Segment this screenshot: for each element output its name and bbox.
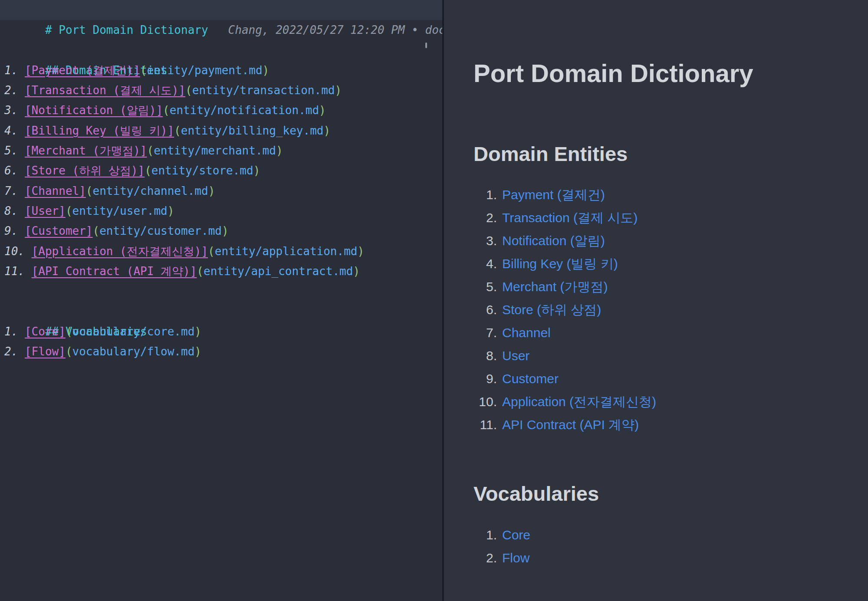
source-paren-open: ( <box>86 184 93 197</box>
source-link-label[interactable]: [Merchant (가맹점)] <box>25 144 147 157</box>
source-list-line[interactable]: 4. [Billing Key (빌링 키)](entity/billing_k… <box>0 121 442 141</box>
source-link-label[interactable]: [Channel] <box>25 184 86 197</box>
source-paren-open: ( <box>197 265 204 278</box>
source-list-line[interactable]: 2. [Transaction (결제 시도)](entity/transact… <box>0 80 442 100</box>
source-vocabularies-list: 1. [Core](vocabulary/core.md)2. [Flow](v… <box>0 322 442 362</box>
markdown-preview-pane[interactable]: Port Domain Dictionary Domain Entities 1… <box>444 0 868 601</box>
preview-list-item: 7.Channel <box>473 321 868 344</box>
source-link-url[interactable]: entity/channel.md <box>93 184 208 197</box>
source-paren-open: ( <box>66 325 72 338</box>
preview-link[interactable]: Core <box>502 523 530 546</box>
source-list-number: 9. <box>4 224 25 237</box>
source-list-number: 11. <box>4 265 32 278</box>
preview-list-item: 4.Billing Key (빌링 키) <box>473 252 868 275</box>
source-link-url[interactable]: entity/transaction.md <box>192 84 335 97</box>
source-paren-close: ) <box>168 204 174 217</box>
source-link-label[interactable]: [Flow] <box>25 345 66 358</box>
source-list-line[interactable]: 11. [API Contract (API 계약)](entity/api_c… <box>0 261 442 281</box>
preview-link[interactable]: Billing Key (빌링 키) <box>502 252 618 275</box>
preview-link[interactable]: Notification (알림) <box>502 229 605 252</box>
source-paren-close: ) <box>194 325 201 338</box>
source-paren-close: ) <box>323 124 330 137</box>
preview-heading-vocabularies: Vocabularies <box>473 483 868 504</box>
source-paren-open: ( <box>145 164 151 177</box>
source-link-url[interactable]: entity/merchant.md <box>154 144 276 157</box>
source-list-line[interactable]: 2. [Flow](vocabulary/flow.md) <box>0 342 442 361</box>
source-list-number: 1. <box>4 325 25 338</box>
source-link-url[interactable]: entity/payment.md <box>147 64 262 77</box>
preview-list-item: 1.Payment (결제건) <box>473 183 868 206</box>
source-list-line[interactable]: 3. [Notification (알림)](entity/notificati… <box>0 100 442 120</box>
preview-link[interactable]: Channel <box>502 321 551 344</box>
source-paren-open: ( <box>93 224 100 237</box>
source-link-label[interactable]: [Notification (알림)] <box>25 104 163 117</box>
source-link-url[interactable]: vocabulary/flow.md <box>72 345 195 358</box>
source-paren-open: ( <box>147 144 154 157</box>
preview-item-number: 6. <box>473 298 497 321</box>
source-link-label[interactable]: [Billing Key (빌링 키)] <box>25 124 174 137</box>
preview-link[interactable]: Transaction (결제 시도) <box>502 206 638 229</box>
preview-link[interactable]: Flow <box>502 546 529 569</box>
source-list-number: 6. <box>4 164 25 177</box>
source-link-url[interactable]: entity/application.md <box>215 245 358 258</box>
source-link-url[interactable]: entity/user.md <box>72 204 168 217</box>
preview-item-number: 5. <box>473 275 497 298</box>
source-list-line[interactable]: 1. [Core](vocabulary/core.md) <box>0 322 442 342</box>
source-link-url[interactable]: entity/api_contract.md <box>204 265 353 278</box>
git-blame-annotation[interactable]: Chang, 2022/05/27 12:20 PM • docs:✓( <box>228 23 442 36</box>
preview-link[interactable]: Payment (결제건) <box>502 183 605 206</box>
source-list-line[interactable]: 9. [Customer](entity/customer.md) <box>0 221 442 241</box>
source-paren-close: ) <box>208 184 215 197</box>
source-list-line[interactable]: 6. [Store (하위 상점)](entity/store.md) <box>0 161 442 181</box>
preview-list-item: 6.Store (하위 상점) <box>473 298 868 321</box>
source-list-number: 7. <box>4 184 25 197</box>
source-paren-open: ( <box>66 204 72 217</box>
preview-item-number: 7. <box>473 321 497 344</box>
source-link-label[interactable]: [Payment (결제건)] <box>25 64 140 77</box>
preview-link[interactable]: Store (하위 상점) <box>502 298 601 321</box>
source-line-title[interactable]: # Port Domain DictionaryChang, 2022/05/2… <box>0 0 442 20</box>
source-link-label[interactable]: [API Contract (API 계약)] <box>32 265 197 278</box>
source-link-url[interactable]: vocabulary/core.md <box>72 325 195 338</box>
source-paren-close: ) <box>194 345 201 358</box>
preview-link[interactable]: Application (전자결제신청) <box>502 390 656 413</box>
source-paren-close: ) <box>263 64 270 77</box>
source-link-label[interactable]: [User] <box>25 204 66 217</box>
preview-title: Port Domain Dictionary <box>473 61 868 86</box>
source-list-line[interactable]: 7. [Channel](entity/channel.md) <box>0 181 442 201</box>
preview-link[interactable]: Merchant (가맹점) <box>502 275 608 298</box>
source-list-number: 10. <box>4 245 32 258</box>
source-paren-open: ( <box>66 345 72 358</box>
preview-heading-entities: Domain Entities <box>473 144 868 164</box>
source-link-url[interactable]: entity/store.md <box>151 164 253 177</box>
source-list-number: 8. <box>4 204 25 217</box>
source-paren-close: ) <box>222 224 229 237</box>
source-list-line[interactable]: 5. [Merchant (가맹점)](entity/merchant.md) <box>0 141 442 161</box>
preview-item-number: 11. <box>473 413 497 436</box>
source-link-label[interactable]: [Customer] <box>25 224 93 237</box>
source-link-label[interactable]: [Application (전자결제신청)] <box>32 245 208 258</box>
source-paren-close: ) <box>276 144 283 157</box>
source-link-url[interactable]: entity/billing_key.md <box>181 124 324 137</box>
preview-link[interactable]: User <box>502 344 529 367</box>
preview-link[interactable]: Customer <box>502 367 559 390</box>
source-link-url[interactable]: entity/customer.md <box>99 224 222 237</box>
preview-list-item: 3.Notification (알림) <box>473 229 868 252</box>
source-list-number: 3. <box>4 104 25 117</box>
source-link-label[interactable]: [Transaction (결제 시도)] <box>25 84 185 97</box>
source-blank-line[interactable] <box>0 281 442 301</box>
source-list-number: 5. <box>4 144 25 157</box>
preview-link[interactable]: API Contract (API 계약) <box>502 413 639 436</box>
source-list-line[interactable]: 10. [Application (전자결제신청)](entity/applic… <box>0 241 442 261</box>
source-line-vocab-heading[interactable]: ## Vocabularies <box>0 301 442 321</box>
source-editor-pane[interactable]: # Port Domain DictionaryChang, 2022/05/2… <box>0 0 442 601</box>
source-paren-close: ) <box>357 245 364 258</box>
source-link-url[interactable]: entity/notification.md <box>170 104 319 117</box>
editor-decoration-tick <box>425 43 427 48</box>
source-list-line[interactable]: 1. [Payment (결제건)](entity/payment.md) <box>0 60 442 80</box>
source-list-line[interactable]: 8. [User](entity/user.md) <box>0 201 442 221</box>
source-link-label[interactable]: [Core] <box>25 325 66 338</box>
preview-item-number: 2. <box>473 206 497 229</box>
source-line-entities-heading[interactable]: ## Domain Entities <box>0 40 442 60</box>
source-link-label[interactable]: [Store (하위 상점)] <box>25 164 145 177</box>
